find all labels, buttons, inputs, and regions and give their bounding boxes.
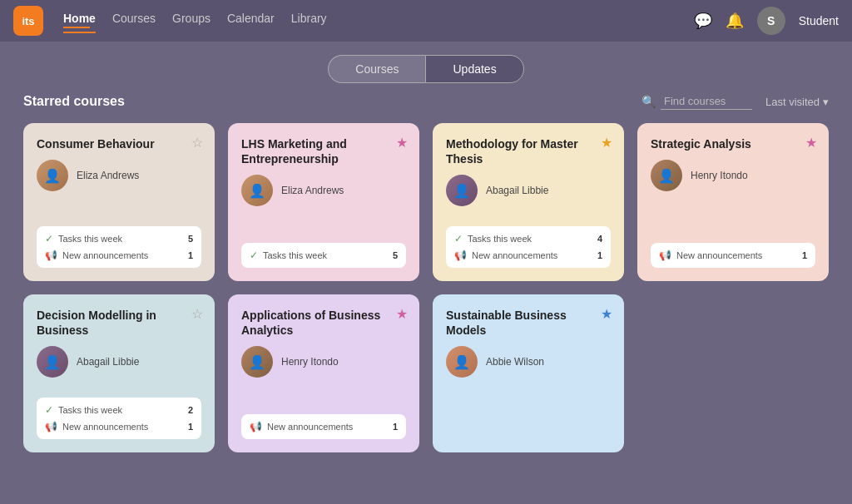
stat-label: New announcements	[676, 250, 762, 260]
avatar: 👤	[241, 346, 273, 378]
instructor-name: Abagail Libbie	[77, 356, 139, 368]
nav-right: 💬 🔔 S Student	[694, 7, 839, 35]
sort-label: Last visited	[765, 96, 820, 108]
stat-row: 📢 New announcements 1	[454, 250, 602, 261]
main-content: Starred courses 🔍 Last visited ▾ ☆ Consu…	[0, 93, 852, 469]
course-card-consumer-behaviour[interactable]: ☆ Consumer Behaviour 👤 Eliza Andrews ✓ T…	[23, 123, 215, 281]
stat-value: 5	[188, 234, 193, 244]
course-title: Sustainable Business Models	[446, 308, 611, 338]
bell-icon[interactable]: 🔔	[726, 12, 744, 30]
section-title: Starred courses	[23, 94, 125, 109]
nav-library[interactable]: Library	[291, 8, 327, 33]
course-title: Consumer Behaviour	[37, 136, 201, 151]
instructor-name: Eliza Andrews	[77, 170, 139, 181]
check-icon: ✓	[45, 404, 53, 416]
stat-value: 5	[393, 250, 398, 260]
sort-button[interactable]: Last visited ▾	[765, 96, 829, 108]
card-stats: ✓ Tasks this week 2 📢 New announcements …	[37, 398, 201, 439]
tab-bar: Courses Updates	[0, 42, 852, 93]
navbar: its Home Courses Groups Calendar Library…	[0, 0, 852, 42]
stat-value: 1	[597, 250, 602, 260]
logo[interactable]: its	[13, 6, 43, 36]
search-input[interactable]	[661, 93, 752, 110]
stat-value: 1	[188, 422, 193, 432]
avatar: 👤	[651, 160, 682, 191]
stat-row: 📢 New announcements 1	[45, 250, 193, 261]
stat-label: New announcements	[62, 250, 148, 260]
star-icon[interactable]: ★	[805, 135, 817, 151]
nav-groups[interactable]: Groups	[172, 8, 211, 33]
stat-row: ✓ Tasks this week 5	[45, 233, 193, 245]
course-grid-row1: ☆ Consumer Behaviour 👤 Eliza Andrews ✓ T…	[23, 123, 829, 281]
chevron-down-icon: ▾	[823, 96, 829, 108]
instructor: 👤 Abagail Libbie	[446, 175, 611, 206]
star-icon[interactable]: ★	[601, 135, 612, 151]
section-header: Starred courses 🔍 Last visited ▾	[23, 93, 829, 110]
avatar: 👤	[37, 346, 68, 378]
card-stats: 📢 New announcements 1	[241, 414, 406, 439]
stat-label: Tasks this week	[468, 234, 532, 244]
stat-row: 📢 New announcements 1	[250, 421, 398, 432]
instructor-name: Henry Itondo	[691, 170, 748, 181]
instructor-name: Abbie Wilson	[486, 356, 544, 368]
avatar[interactable]: S	[757, 7, 785, 35]
course-grid-row2: ☆ Decision Modelling in Business 👤 Abaga…	[23, 294, 829, 452]
card-stats: 📢 New announcements 1	[651, 243, 815, 268]
star-icon[interactable]: ★	[396, 135, 408, 151]
star-icon[interactable]: ☆	[191, 306, 203, 322]
stat-value: 1	[188, 250, 193, 260]
tab-courses[interactable]: Courses	[328, 55, 425, 83]
stat-label: Tasks this week	[58, 234, 122, 244]
stat-label: New announcements	[267, 422, 353, 432]
user-name: Student	[799, 14, 839, 27]
search-icon: 🔍	[641, 95, 656, 108]
course-card-sustainable-models[interactable]: ★ Sustainable Business Models 👤 Abbie Wi…	[433, 294, 624, 452]
star-icon[interactable]: ★	[396, 306, 408, 322]
course-card-applications-analytics[interactable]: ★ Applications of Business Analytics 👤 H…	[228, 294, 419, 452]
nav-home[interactable]: Home	[63, 8, 96, 33]
instructor: 👤 Henry Itondo	[241, 346, 406, 378]
nav-courses[interactable]: Courses	[112, 8, 156, 33]
megaphone-icon: 📢	[45, 421, 57, 432]
stat-label: New announcements	[62, 422, 148, 432]
chat-icon[interactable]: 💬	[694, 12, 712, 30]
megaphone-icon: 📢	[250, 421, 262, 432]
instructor: 👤 Abagail Libbie	[37, 346, 201, 378]
instructor: 👤 Henry Itondo	[651, 160, 815, 191]
instructor: 👤 Abbie Wilson	[446, 346, 611, 378]
course-card-methodology[interactable]: ★ Methodology for Master Thesis 👤 Abagai…	[433, 123, 624, 281]
course-title: Applications of Business Analytics	[241, 308, 406, 338]
tab-updates[interactable]: Updates	[425, 55, 523, 83]
instructor-name: Henry Itondo	[281, 356, 339, 368]
card-stats: ✓ Tasks this week 4 📢 New announcements …	[446, 226, 611, 268]
card-stats: ✓ Tasks this week 5	[241, 243, 406, 268]
course-card-strategic-analysis[interactable]: ★ Strategic Analysis 👤 Henry Itondo 📢 Ne…	[637, 123, 829, 281]
stat-value: 1	[802, 250, 807, 260]
instructor-name: Abagail Libbie	[486, 185, 548, 196]
check-icon: ✓	[250, 250, 258, 261]
check-icon: ✓	[45, 233, 53, 245]
search-box: 🔍	[641, 93, 752, 110]
course-card-lhs-marketing[interactable]: ★ LHS Marketing and Entrepreneurship 👤 E…	[228, 123, 419, 281]
stat-row: ✓ Tasks this week 5	[250, 250, 398, 261]
avatar: 👤	[446, 346, 478, 378]
stat-row: 📢 New announcements 1	[45, 421, 193, 432]
star-icon[interactable]: ★	[601, 306, 612, 322]
stat-row: ✓ Tasks this week 2	[45, 404, 193, 416]
stat-value: 1	[393, 422, 398, 432]
stat-row: ✓ Tasks this week 4	[454, 233, 602, 245]
course-title: Strategic Analysis	[651, 136, 815, 151]
avatar: 👤	[241, 175, 273, 206]
megaphone-icon: 📢	[454, 250, 467, 261]
avatar: 👤	[37, 160, 68, 191]
course-title: Decision Modelling in Business	[37, 308, 201, 338]
avatar: 👤	[446, 175, 478, 206]
course-title: LHS Marketing and Entrepreneurship	[241, 136, 406, 166]
nav-calendar[interactable]: Calendar	[227, 8, 275, 33]
star-icon[interactable]: ☆	[191, 135, 203, 151]
search-area: 🔍 Last visited ▾	[641, 93, 829, 110]
stat-label: Tasks this week	[58, 405, 122, 415]
instructor: 👤 Eliza Andrews	[37, 160, 201, 191]
check-icon: ✓	[454, 233, 463, 245]
course-card-decision-modelling[interactable]: ☆ Decision Modelling in Business 👤 Abaga…	[23, 294, 215, 452]
